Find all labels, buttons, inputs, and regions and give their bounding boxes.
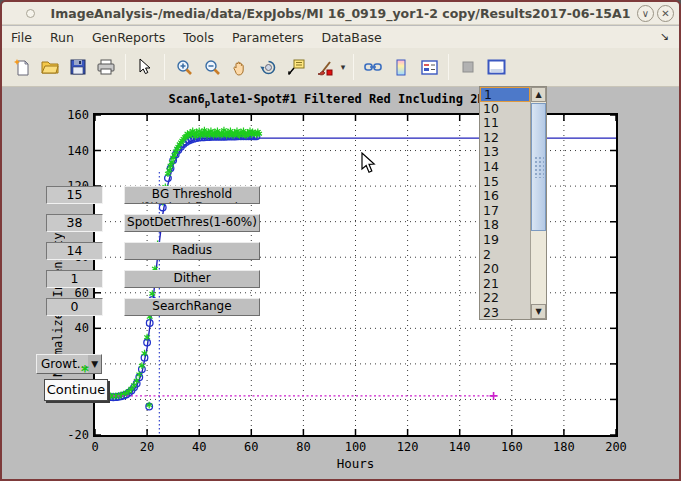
pan-hand-icon[interactable] [227,54,253,80]
save-icon[interactable] [65,54,91,80]
chevron-down-icon[interactable]: ▼ [88,355,101,373]
list-item[interactable]: 14 [480,160,530,175]
list-item[interactable]: 17 [480,204,530,219]
brush-dropdown-icon[interactable]: ▾ [338,62,348,72]
menu-parameters[interactable]: Parameters [223,28,313,47]
list-item[interactable]: 18 [480,218,530,233]
dock-figure-icon[interactable] [483,54,509,80]
spotdetthres-field[interactable]: 38 [46,214,103,232]
toolbar-separator [448,54,449,80]
open-file-icon[interactable] [37,54,63,80]
disabled-tool-icon [455,54,481,80]
x-tick-label: 20 [127,440,167,454]
list-item[interactable]: 12 [480,131,530,146]
list-item[interactable]: 16 [480,189,530,204]
data-cursor-icon[interactable] [283,54,309,80]
scroll-down-icon[interactable]: ▼ [531,304,546,319]
bg-threshold-sublabel: (%below) Dynamic [125,202,259,204]
rotate-3d-icon[interactable] [255,54,281,80]
list-item[interactable]: 15 [480,175,530,190]
searchrange-button[interactable]: SearchRange [124,298,260,316]
x-tick-label: 200 [596,440,636,454]
brush-icon[interactable] [311,54,337,80]
list-item[interactable]: 19 [480,233,530,248]
list-item[interactable]: 13 [480,145,530,160]
list-item[interactable]: 1 [480,87,530,102]
menu-tools[interactable]: Tools [174,28,223,47]
window-title: ImageAnalysis-/media/data/ExpJobs/MI 16_… [51,6,631,21]
x-tick-label: 0 [75,440,115,454]
list-item[interactable]: 20 [480,262,530,277]
x-tick-label: 80 [283,440,323,454]
x-tick-label: 60 [231,440,271,454]
menu-run[interactable]: Run [41,28,83,47]
print-icon[interactable] [93,54,119,80]
menubar: File Run GenReports Tools Parameters Dat… [2,26,679,48]
list-item[interactable]: 2 [480,248,530,263]
menu-genreports[interactable]: GenReports [83,28,174,47]
list-item[interactable]: 22 [480,291,530,306]
listbox-items: 110111213141516171819220212223 [480,87,530,319]
x-tick-label: 120 [388,440,428,454]
mouse-cursor [361,152,377,174]
menu-database[interactable]: DataBase [312,28,390,47]
list-item[interactable]: 21 [480,277,530,292]
dither-field[interactable]: 1 [46,270,103,288]
list-item[interactable]: 23 [480,306,530,319]
window-icon [26,9,35,18]
menu-overflow-icon[interactable]: ↘ [660,30,669,43]
insert-colorbar-icon[interactable] [388,54,414,80]
menu-file[interactable]: File [2,28,41,47]
list-item[interactable]: 11 [480,116,530,131]
radius-field[interactable]: 14 [46,242,103,260]
spot-listbox[interactable]: 110111213141516171819220212223 ▲ ▼ [479,86,547,320]
toolbar-separator [125,54,126,80]
bg-threshold-button[interactable]: BG Threshold (%below) Dynamic [124,186,260,204]
figure-canvas: Scan6plate1-Spot#1 Filtered Red Includin… [2,87,679,481]
toolbar: ▾ [2,48,679,87]
x-tick-label: 40 [179,440,219,454]
x-tick-label: 160 [492,440,532,454]
toolbar-separator [353,54,354,80]
list-item[interactable]: 10 [480,102,530,117]
zoom-out-icon[interactable] [199,54,225,80]
scrollbar-thumb[interactable] [531,103,546,231]
x-tick-label: 100 [336,440,376,454]
toolbar-separator [164,54,165,80]
radius-button[interactable]: Radius [124,242,260,260]
bg-threshold-field[interactable]: 15 [46,186,103,204]
searchrange-field[interactable]: 0 [46,298,103,316]
titlebar: ImageAnalysis-/media/data/ExpJobs/MI 16_… [2,2,679,25]
new-figure-icon[interactable] [9,54,35,80]
continue-button[interactable]: Continue [44,379,108,401]
app-window: ImageAnalysis-/media/data/ExpJobs/MI 16_… [0,0,681,481]
pointer-icon[interactable] [132,54,158,80]
scroll-up-icon[interactable]: ▲ [531,87,546,102]
minimize-button[interactable]: ∨ [637,5,654,22]
x-axis-label: Hours [93,456,618,471]
insert-legend-icon[interactable] [416,54,442,80]
y-tick-label: 160 [57,108,89,122]
listbox-scrollbar[interactable]: ▲ ▼ [530,87,546,319]
scrollbar-grip [534,156,544,178]
x-tick-label: 140 [440,440,480,454]
stray-marker-icon: * [81,363,89,381]
y-tick-label: 140 [57,144,89,158]
x-tick-label: 180 [544,440,584,454]
zoom-in-icon[interactable] [171,54,197,80]
dither-button[interactable]: Dither [124,270,260,288]
growth-dropdown[interactable]: Growt... ▼ [36,354,102,374]
link-plots-icon[interactable] [360,54,386,80]
close-button[interactable]: ✕ [657,5,674,22]
spotdetthres-button[interactable]: SpotDetThres(1-60%) [124,214,260,232]
